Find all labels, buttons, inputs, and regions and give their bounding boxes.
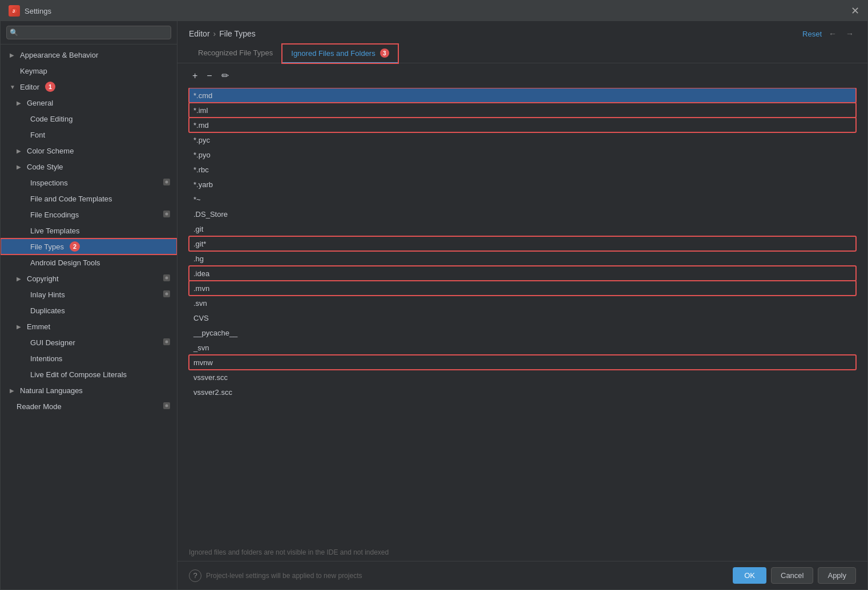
sidebar-item-label: File and Code Templates <box>30 195 112 203</box>
file-item-ds-store[interactable]: .DS_Store <box>189 207 856 221</box>
file-item-mvn[interactable]: .mvn <box>189 281 856 296</box>
file-item-label: .git* <box>193 240 206 248</box>
tab-recognized[interactable]: Recognized File Types <box>189 44 282 63</box>
file-item-cmd[interactable]: *.cmd <box>189 88 856 103</box>
file-item-label: vssver2.scc <box>193 388 232 397</box>
file-item-label: mvnw <box>193 358 213 367</box>
file-item-pyc[interactable]: *.pyc <box>189 132 856 147</box>
file-item-rbc[interactable]: *.rbc <box>189 162 856 177</box>
file-item-pyo[interactable]: *.pyo <box>189 147 856 162</box>
file-encodings-gear-icon <box>163 211 170 219</box>
sidebar-item-label: Code Style <box>27 163 63 171</box>
chevron-icon: ▶ <box>17 100 23 106</box>
file-item-mvnw[interactable]: mvnw <box>189 355 856 370</box>
sidebar-item-label: Inlay Hints <box>30 290 65 299</box>
search-input[interactable] <box>6 26 171 39</box>
remove-button[interactable]: − <box>203 68 215 83</box>
file-item-gitstar[interactable]: .git* <box>189 236 856 251</box>
sidebar-item-file-code-templates[interactable]: File and Code Templates <box>1 191 177 207</box>
file-item-label: .svn <box>193 299 207 308</box>
ok-button[interactable]: OK <box>733 567 766 584</box>
file-item-pycache[interactable]: __pycache__ <box>189 325 856 340</box>
sidebar-item-code-editing[interactable]: Code Editing <box>1 111 177 127</box>
file-item-iml[interactable]: *.iml <box>189 103 856 118</box>
file-item-label: _svn <box>193 344 209 352</box>
main-header: Editor › File Types Reset ← → <box>177 21 867 39</box>
apply-button[interactable]: Apply <box>818 567 856 584</box>
sidebar-item-reader-mode[interactable]: Reader Mode <box>1 398 177 414</box>
bottom-bar: ? Project-level settings will be applied… <box>177 561 867 589</box>
tab-ignored-label: Ignored Files and Folders <box>291 49 375 58</box>
file-item-label: .DS_Store <box>193 210 228 219</box>
inlay-hints-gear-icon <box>163 290 170 299</box>
file-item-svnunder[interactable]: _svn <box>189 340 856 355</box>
breadcrumb-editor: Editor <box>189 29 210 38</box>
sidebar-item-android-design-tools[interactable]: Android Design Tools <box>1 254 177 270</box>
file-item-label: .hg <box>193 254 204 263</box>
file-item-label: *.rbc <box>193 165 209 174</box>
file-item-git[interactable]: .git <box>189 221 856 236</box>
sidebar-item-inlay-hints[interactable]: Inlay Hints <box>1 286 177 302</box>
bottom-left: ? Project-level settings will be applied… <box>189 569 362 582</box>
file-item-svn[interactable]: .svn <box>189 296 856 310</box>
forward-button[interactable]: → <box>843 28 856 39</box>
sidebar-item-code-style[interactable]: ▶ Code Style <box>1 159 177 175</box>
svg-point-11 <box>165 340 168 343</box>
sidebar-item-natural-languages[interactable]: ▶ Natural Languages <box>1 382 177 398</box>
app-icon: J <box>9 5 20 17</box>
add-button[interactable]: + <box>189 68 201 83</box>
sidebar-item-color-scheme[interactable]: ▶ Color Scheme <box>1 143 177 159</box>
sidebar-item-intentions[interactable]: Intentions <box>1 350 177 366</box>
tab-recognized-label: Recognized File Types <box>198 49 273 57</box>
sidebar-item-file-types[interactable]: File Types 2 <box>1 239 177 254</box>
sidebar-item-inspections[interactable]: Inspections <box>1 175 177 191</box>
tab-ignored-badge: 3 <box>380 49 389 58</box>
file-item-yarb[interactable]: *.yarb <box>189 177 856 192</box>
back-button[interactable]: ← <box>826 28 839 39</box>
help-button[interactable]: ? <box>189 569 201 582</box>
sidebar-item-emmet[interactable]: ▶ Emmet <box>1 318 177 334</box>
tab-ignored[interactable]: Ignored Files and Folders 3 <box>282 44 398 63</box>
edit-button[interactable]: ✏ <box>218 68 232 83</box>
sidebar-item-duplicates[interactable]: Duplicates <box>1 302 177 318</box>
sidebar-item-font[interactable]: Font <box>1 127 177 143</box>
main-panel: Editor › File Types Reset ← → Recognized… <box>177 21 867 589</box>
file-item-label: vssver.scc <box>193 373 228 382</box>
sidebar-item-live-templates[interactable]: Live Templates <box>1 223 177 239</box>
reset-button[interactable]: Reset <box>802 30 822 38</box>
file-item-cvs[interactable]: CVS <box>189 310 856 325</box>
cancel-button[interactable]: Cancel <box>771 567 813 584</box>
file-item-idea[interactable]: .idea <box>189 266 856 281</box>
sidebar-item-file-encodings[interactable]: File Encodings <box>1 207 177 223</box>
chevron-icon: ▼ <box>10 84 17 90</box>
sidebar-item-gui-designer[interactable]: GUI Designer <box>1 334 177 350</box>
chevron-icon: ▶ <box>10 52 17 58</box>
file-list: *.cmd *.iml *.md *.pyc *.pyo *.rbc <box>177 88 867 544</box>
breadcrumb-separator: › <box>213 29 216 38</box>
file-item-vssver2[interactable]: vssver2.scc <box>189 385 856 399</box>
file-item-md[interactable]: *.md <box>189 118 856 132</box>
file-item-hg[interactable]: .hg <box>189 251 856 266</box>
sidebar-item-appearance[interactable]: ▶ Appearance & Behavior <box>1 47 177 63</box>
search-icon: 🔍 <box>10 29 18 37</box>
sidebar-item-copyright[interactable]: ▶ Copyright <box>1 270 177 286</box>
chevron-icon: ▶ <box>17 148 23 154</box>
sidebar-item-keymap[interactable]: ▶ Keymap <box>1 63 177 79</box>
sidebar-item-label: File Types <box>30 243 64 251</box>
reader-mode-gear-icon <box>163 402 170 411</box>
sidebar-item-general[interactable]: ▶ General <box>1 95 177 111</box>
file-item-vssver[interactable]: vssver.scc <box>189 370 856 385</box>
sidebar-item-live-edit-compose[interactable]: Live Edit of Compose Literals <box>1 366 177 382</box>
file-item-label: *.yarb <box>193 180 213 189</box>
sidebar-item-label: File Encodings <box>30 211 79 219</box>
sidebar-list: ▶ Appearance & Behavior ▶ Keymap ▼ Edito… <box>1 45 177 589</box>
svg-point-7 <box>165 276 168 279</box>
sidebar-item-label: Live Edit of Compose Literals <box>30 370 127 379</box>
close-button[interactable]: ✕ <box>851 6 859 16</box>
sidebar-item-label: Duplicates <box>30 306 65 315</box>
editor-badge: 1 <box>45 82 55 92</box>
sidebar-item-editor[interactable]: ▼ Editor 1 <box>1 79 177 95</box>
file-item-tilde[interactable]: *~ <box>189 192 856 207</box>
sidebar-item-label: Appearance & Behavior <box>20 51 98 59</box>
sidebar-item-label: Inspections <box>30 179 68 187</box>
